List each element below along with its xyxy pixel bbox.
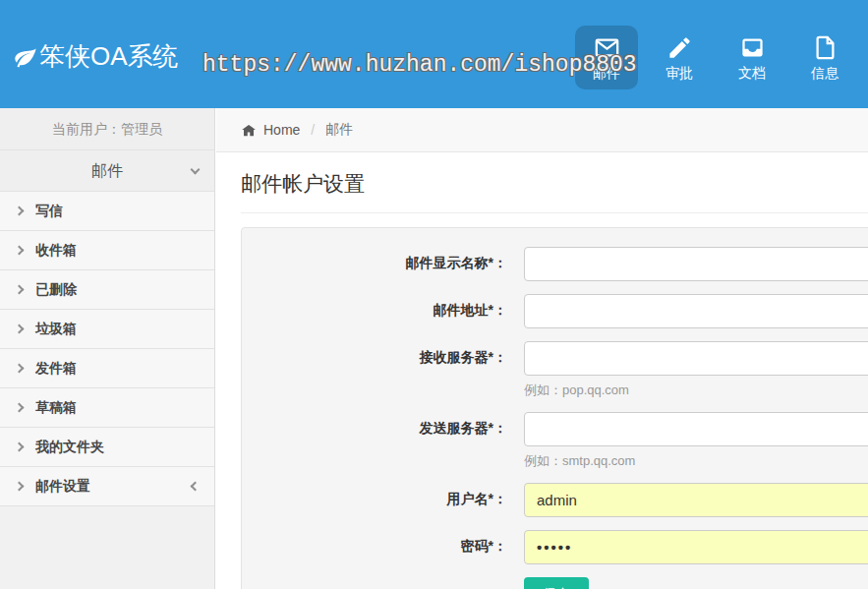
form-row-display-name: 邮件显示名称*：: [242, 247, 868, 281]
sidebar: 当前用户：管理员 邮件 写信 收件箱 已删除 垃圾箱 发件箱 草稿箱: [0, 108, 215, 589]
app-window: 笨侠OA系统 https://www.huzhan.com/ishop8803 …: [0, 0, 868, 589]
file-icon: [812, 33, 839, 61]
form-row-username: 用户名*：: [242, 483, 868, 517]
chevron-right-icon: [15, 482, 25, 492]
chevron-right-icon: [15, 324, 25, 334]
sidebar-filler: [0, 506, 214, 589]
sidebar-item-sent[interactable]: 发件箱: [0, 349, 214, 388]
menu-item-label: 草稿箱: [35, 399, 77, 417]
app-title: 笨侠OA系统: [39, 39, 179, 74]
chevron-right-icon: [15, 285, 25, 295]
sidebar-item-compose[interactable]: 写信: [0, 192, 214, 231]
header: 笨侠OA系统 https://www.huzhan.com/ishop8803 …: [0, 0, 868, 108]
sidebar-section-label: 邮件: [91, 162, 123, 179]
nav-item-info[interactable]: 信息: [793, 26, 856, 89]
nav-label: 信息: [811, 65, 839, 83]
mail-account-form: 邮件显示名称*： 邮件地址*： 接收服务器*： 例如：pop.qq.com: [241, 227, 868, 589]
email-address-input[interactable]: [524, 294, 868, 328]
sidebar-item-junk[interactable]: 垃圾箱: [0, 310, 214, 349]
main-content: 邮件帐户设置 邮件显示名称*： 邮件地址*： 接收服务器*： 例如：pop.qq…: [216, 153, 868, 589]
password-input[interactable]: [524, 530, 868, 564]
form-row-send-server: 发送服务器*： 例如：smtp.qq.com: [242, 412, 868, 470]
send-server-label: 发送服务器*：: [242, 412, 507, 470]
breadcrumb-separator: /: [311, 122, 315, 138]
nav-item-approval[interactable]: 审批: [648, 26, 711, 89]
chevron-right-icon: [15, 206, 25, 216]
sidebar-item-inbox[interactable]: 收件箱: [0, 231, 214, 270]
sidebar-item-deleted[interactable]: 已删除: [0, 270, 214, 310]
page-title: 邮件帐户设置: [241, 170, 868, 213]
sidebar-item-my-folders[interactable]: 我的文件夹: [0, 428, 214, 467]
receive-server-hint: 例如：pop.qq.com: [524, 382, 868, 399]
username-input[interactable]: [524, 483, 868, 517]
display-name-input[interactable]: [524, 247, 868, 281]
sidebar-item-drafts[interactable]: 草稿箱: [0, 388, 214, 428]
nav-label: 审批: [665, 65, 693, 83]
app-logo[interactable]: 笨侠OA系统: [13, 39, 179, 74]
send-server-hint: 例如：smtp.qq.com: [524, 452, 868, 470]
breadcrumb-current: 邮件: [325, 121, 353, 139]
menu-item-label: 写信: [35, 203, 63, 220]
chevron-right-icon: [15, 403, 25, 413]
menu-item-label: 我的文件夹: [35, 439, 104, 456]
inbox-icon: [739, 33, 766, 61]
chevron-right-icon: [15, 442, 25, 452]
send-server-input[interactable]: [524, 412, 868, 446]
username-label: 用户名*：: [242, 483, 507, 517]
menu-item-label: 邮件设置: [35, 478, 90, 496]
menu-item-label: 已删除: [35, 281, 77, 299]
leaf-icon: [13, 44, 38, 70]
form-row-password: 密码*：: [242, 530, 868, 564]
receive-server-label: 接收服务器*：: [242, 341, 507, 399]
form-row-email-address: 邮件地址*：: [242, 294, 868, 328]
watermark-text: https://www.huzhan.com/ishop8803: [203, 52, 637, 78]
home-icon: [241, 123, 257, 138]
menu-item-label: 垃圾箱: [35, 321, 77, 338]
display-name-label: 邮件显示名称*：: [242, 247, 507, 281]
chevron-down-icon: [191, 165, 201, 175]
form-row-receive-server: 接收服务器*： 例如：pop.qq.com: [242, 341, 868, 399]
sidebar-section-mail[interactable]: 邮件: [0, 150, 214, 192]
save-button[interactable]: 保存: [524, 577, 589, 589]
current-user-label: 当前用户：管理员: [0, 108, 214, 150]
chevron-left-icon: [191, 482, 201, 492]
nav-label: 文档: [738, 65, 766, 83]
pencil-icon: [666, 33, 693, 61]
menu-item-label: 发件箱: [35, 360, 77, 378]
menu-item-label: 收件箱: [35, 242, 77, 260]
breadcrumb-home-link[interactable]: Home: [263, 122, 300, 138]
chevron-right-icon: [15, 364, 25, 374]
chevron-right-icon: [15, 246, 25, 256]
password-label: 密码*：: [242, 530, 507, 564]
receive-server-input[interactable]: [524, 341, 868, 376]
nav-item-documents[interactable]: 文档: [721, 26, 783, 89]
sidebar-item-mail-settings[interactable]: 邮件设置: [0, 467, 214, 506]
email-address-label: 邮件地址*：: [242, 294, 507, 328]
breadcrumb: Home / 邮件: [216, 108, 868, 152]
